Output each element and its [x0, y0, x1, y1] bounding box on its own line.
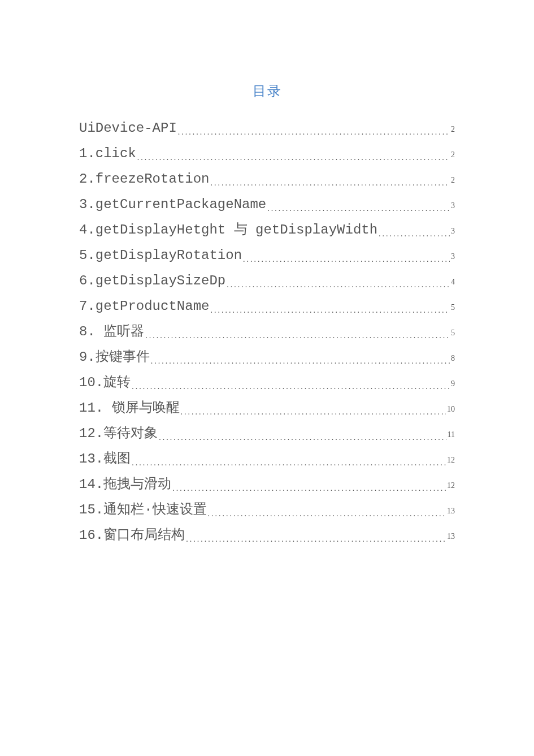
toc-entry[interactable]: UiDevice-API ...........................…	[79, 116, 455, 141]
toc-entry-page: 13	[446, 524, 455, 548]
toc-entry[interactable]: 13.截图 ..................................…	[79, 447, 455, 472]
toc-entry-page: 11	[446, 422, 455, 447]
toc-entry[interactable]: 12.等待对象 ................................…	[79, 421, 455, 447]
toc-entry-label: 7.getProductName	[79, 294, 209, 318]
toc-entry[interactable]: 3.getCurrentPackageName ................…	[79, 192, 455, 218]
toc-entry[interactable]: 16.窗口布局结构 ..............................…	[79, 523, 455, 548]
toc-list: UiDevice-API ...........................…	[79, 116, 455, 548]
toc-leader: ........................................…	[131, 451, 446, 475]
toc-entry-page: 3	[450, 244, 455, 269]
toc-entry-label: 16.窗口布局结构	[79, 523, 185, 547]
toc-leader: ........................................…	[177, 120, 450, 144]
toc-leader: ........................................…	[131, 374, 450, 399]
toc-entry-page: 2	[450, 168, 455, 192]
toc-entry-page: 4	[450, 270, 455, 294]
toc-entry[interactable]: 6.getDisplaySizeDp .....................…	[79, 269, 455, 294]
toc-entry[interactable]: 7.getProductName .......................…	[79, 294, 455, 319]
toc-leader: ........................................…	[209, 298, 450, 322]
toc-entry[interactable]: 1.click ................................…	[79, 141, 455, 167]
toc-entry-page: 2	[450, 117, 455, 141]
toc-entry[interactable]: 11. 锁屏与唤醒 ..............................…	[79, 396, 455, 421]
toc-leader: ........................................…	[209, 171, 450, 195]
toc-entry-page: 5	[450, 321, 455, 345]
toc-entry-label: 14.拖拽与滑动	[79, 472, 171, 496]
toc-entry-page: 10	[446, 397, 455, 421]
toc-entry[interactable]: 14.拖拽与滑动 ...............................…	[79, 472, 455, 498]
toc-entry[interactable]: 5.getDisplayRotation ...................…	[79, 243, 455, 269]
toc-entry-page: 3	[450, 193, 455, 218]
toc-leader: ........................................…	[180, 400, 446, 424]
toc-entry[interactable]: 9.按键事件 .................................…	[79, 345, 455, 370]
toc-entry-label: 8. 监听器	[79, 319, 144, 344]
toc-entry-label: 15.通知栏·快速设置	[79, 498, 207, 522]
toc-leader: ........................................…	[150, 349, 450, 373]
toc-entry-label: 13.截图	[79, 447, 131, 471]
toc-entry-page: 5	[450, 295, 455, 319]
toc-leader: ........................................…	[377, 222, 450, 246]
toc-leader: ........................................…	[266, 196, 450, 221]
toc-entry[interactable]: 4.getDisplayHetght 与 getDisplayWidth ...…	[79, 218, 455, 243]
toc-entry-page: 12	[446, 448, 455, 472]
toc-entry-label: 2.freezeRotation	[79, 167, 209, 191]
toc-entry[interactable]: 10.旋转 ..................................…	[79, 370, 455, 396]
toc-entry-label: 6.getDisplaySizeDp	[79, 269, 225, 293]
toc-entry-label: 1.click	[79, 141, 136, 166]
toc-entry-label: 12.等待对象	[79, 421, 158, 446]
toc-entry-label: UiDevice-API	[79, 116, 177, 140]
toc-entry[interactable]: 15.通知栏·快速设置 ............................…	[79, 498, 455, 523]
toc-entry-label: 9.按键事件	[79, 345, 150, 369]
toc-entry-page: 8	[450, 346, 455, 370]
toc-entry-page: 13	[446, 499, 455, 523]
toc-leader: ........................................…	[185, 527, 446, 551]
toc-leader: ........................................…	[144, 323, 450, 348]
toc-entry-page: 9	[450, 371, 455, 396]
toc-entry-label: 5.getDisplayRotation	[79, 243, 242, 267]
toc-entry-label: 3.getCurrentPackageName	[79, 192, 266, 217]
toc-leader: ........................................…	[207, 502, 446, 526]
toc-entry-page: 3	[450, 219, 455, 243]
toc-leader: ........................................…	[225, 273, 450, 297]
toc-leader: ........................................…	[158, 425, 446, 450]
toc-leader: ........................................…	[242, 247, 450, 271]
toc-entry-page: 2	[450, 142, 455, 167]
toc-leader: ........................................…	[171, 476, 446, 500]
toc-leader: ........................................…	[136, 145, 450, 170]
toc-title: 目录	[79, 82, 455, 100]
toc-entry[interactable]: 8. 监听器 .................................…	[79, 319, 455, 345]
toc-entry-label: 10.旋转	[79, 370, 131, 395]
toc-entry[interactable]: 2.freezeRotation .......................…	[79, 167, 455, 192]
toc-entry-page: 12	[446, 473, 455, 498]
toc-entry-label: 4.getDisplayHetght 与 getDisplayWidth	[79, 218, 377, 242]
toc-entry-label: 11. 锁屏与唤醒	[79, 396, 180, 420]
